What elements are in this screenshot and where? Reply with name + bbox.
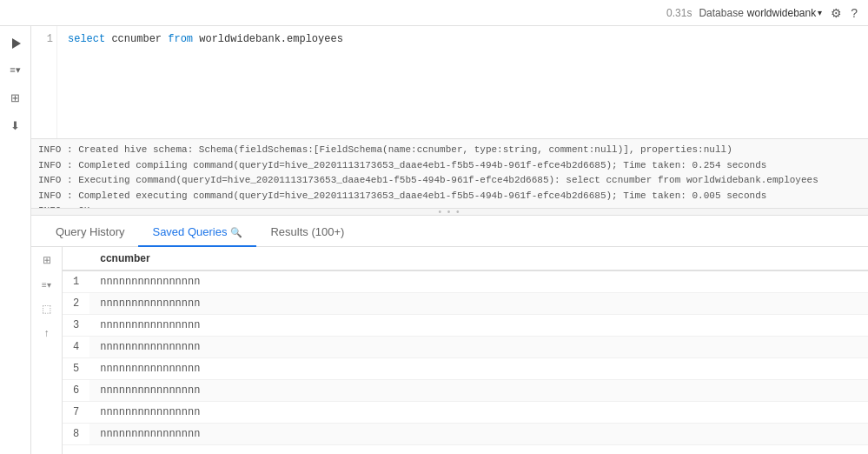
table-row: 7nnnnnnnnnnnnnnnn <box>63 402 868 424</box>
db-label: Database <box>699 7 743 19</box>
cell-ccnumber: nnnnnnnnnnnnnnnn <box>89 380 868 402</box>
log-area: INFO : Created hive schema: Schema(field… <box>31 139 868 209</box>
cell-ccnumber: nnnnnnnnnnnnnnnn <box>89 270 868 293</box>
grid-icon[interactable]: ⊞ <box>37 250 56 270</box>
sidebar-icon-2[interactable]: ≡▾ <box>5 59 26 80</box>
table-container: ccnumber 1nnnnnnnnnnnnnnnn2nnnnnnnnnnnnn… <box>63 247 868 454</box>
row-number: 2 <box>63 293 89 315</box>
log-line: INFO : Completed compiling command(query… <box>38 158 861 174</box>
results-table: ccnumber 1nnnnnnnnnnnnnnnn2nnnnnnnnnnnnn… <box>63 247 868 445</box>
cell-ccnumber: nnnnnnnnnnnnnnnn <box>89 337 868 358</box>
table-row: 1nnnnnnnnnnnnnnnn <box>63 270 868 293</box>
left-sidebar: ≡▾ ⊞ ⬇ <box>0 26 31 454</box>
tabs-bar: Query HistorySaved Queries🔍Results (100+… <box>31 216 868 247</box>
kw-from: from <box>168 33 193 45</box>
cell-ccnumber: nnnnnnnnnnnnnnnn <box>89 402 868 424</box>
content-area: 1 select ccnumber from worldwidebank.emp… <box>31 26 868 454</box>
help-icon[interactable]: ? <box>851 6 858 20</box>
table-row: 3nnnnnnnnnnnnnnnn <box>63 315 868 337</box>
row-number: 8 <box>63 424 89 445</box>
settings-icon[interactable]: ⚙ <box>831 6 842 20</box>
line-number-1: 1 <box>35 33 53 45</box>
tab-results[interactable]: Results (100+) <box>256 218 358 247</box>
table-row: 5nnnnnnnnnnnnnnnn <box>63 358 868 380</box>
query-timing: 0.31s <box>666 7 692 19</box>
db-name: worldwidebank <box>747 7 816 19</box>
row-number: 3 <box>63 315 89 337</box>
table-ref: worldwidebank.employees <box>199 33 343 45</box>
cell-ccnumber: nnnnnnnnnnnnnnnn <box>89 293 868 315</box>
row-sidebar: ⊞ ≡▾ ⬚ ↑ <box>31 247 63 454</box>
export-icon[interactable]: ↑ <box>37 324 56 343</box>
top-bar-icons: ⚙ ? <box>831 6 858 20</box>
table-row: 2nnnnnnnnnnnnnnnn <box>63 293 868 315</box>
row-number: 1 <box>63 270 89 293</box>
svg-marker-0 <box>12 38 21 49</box>
sidebar-icon-download[interactable]: ⬇ <box>5 115 26 136</box>
table-row: 6nnnnnnnnnnnnnnnn <box>63 380 868 402</box>
log-line: INFO : Created hive schema: Schema(field… <box>38 143 861 158</box>
main-layout: ≡▾ ⊞ ⬇ 1 select ccnumber from worldwideb… <box>0 26 868 454</box>
line-numbers: 1 <box>31 26 57 138</box>
chart-icon[interactable]: ⬚ <box>37 299 56 318</box>
cell-ccnumber: nnnnnnnnnnnnnnnn <box>89 315 868 337</box>
tab-saved-queries[interactable]: Saved Queries🔍 <box>138 218 256 247</box>
cell-ccnumber: nnnnnnnnnnnnnnnn <box>89 424 868 445</box>
table-row: 4nnnnnnnnnnnnnnnn <box>63 337 868 358</box>
col-ccnumber: ccnumber <box>111 33 168 45</box>
sidebar-icon-table[interactable]: ⊞ <box>5 87 26 108</box>
table-row: 8nnnnnnnnnnnnnnnn <box>63 424 868 445</box>
resize-handle[interactable]: • • • <box>31 209 868 216</box>
row-number: 5 <box>63 358 89 380</box>
results-area: ⊞ ≡▾ ⬚ ↑ ccnumber 1nnnnnnnnnnnnnnnn2nnnn… <box>31 247 868 454</box>
db-dropdown-icon[interactable]: ▾ <box>818 8 822 17</box>
tab-query-history[interactable]: Query History <box>42 218 138 247</box>
col-header-ccnumber: ccnumber <box>89 247 868 270</box>
row-num-header <box>63 247 89 270</box>
cell-ccnumber: nnnnnnnnnnnnnnnn <box>89 358 868 380</box>
log-line: INFO : Executing command(queryId=hive_20… <box>38 173 861 189</box>
row-number: 7 <box>63 402 89 424</box>
editor-area: 1 select ccnumber from worldwidebank.emp… <box>31 26 868 139</box>
table-view-icon[interactable]: ≡▾ <box>37 275 56 294</box>
kw-select: select <box>68 33 105 45</box>
editor-content[interactable]: select ccnumber from worldwidebank.emplo… <box>57 26 868 138</box>
row-number: 4 <box>63 337 89 358</box>
log-line: INFO : Completed executing command(query… <box>38 189 861 204</box>
row-number: 6 <box>63 380 89 402</box>
run-query-button[interactable] <box>7 35 24 52</box>
top-bar: 0.31s Database worldwidebank ▾ ⚙ ? <box>0 0 868 26</box>
tab-search-icon: 🔍 <box>230 227 242 237</box>
